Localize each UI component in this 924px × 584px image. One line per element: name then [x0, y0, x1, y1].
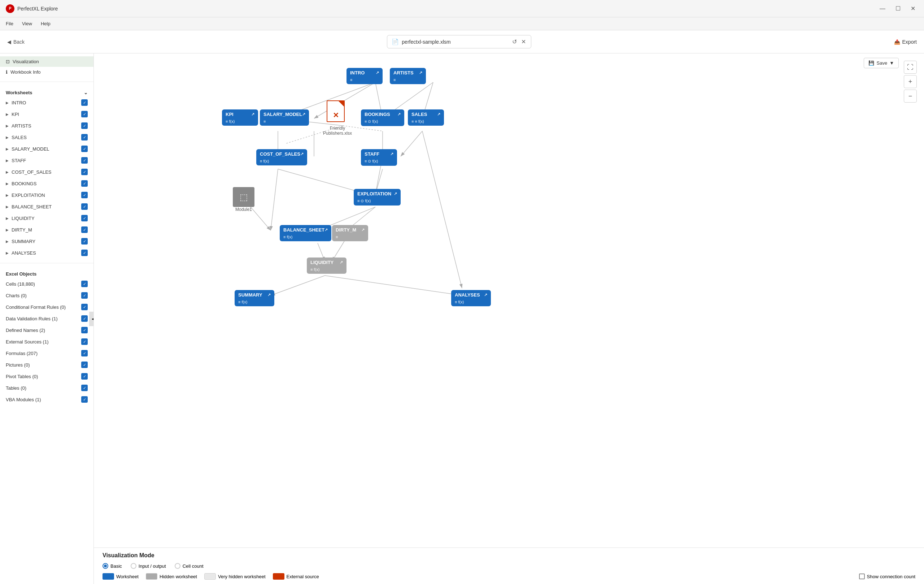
- sidebar-excel-object-7[interactable]: Pictures (0): [0, 359, 94, 371]
- excel-object-checkbox-7[interactable]: [81, 362, 88, 368]
- radio-input-output[interactable]: Input / output: [131, 563, 166, 569]
- worksheet-checkbox-BALANCE_SHEET[interactable]: [81, 203, 88, 210]
- menu-file[interactable]: File: [6, 21, 13, 26]
- excel-object-checkbox-3[interactable]: [81, 315, 88, 322]
- worksheet-checkbox-SALARY_MODEL[interactable]: [81, 146, 88, 152]
- sidebar-excel-object-10[interactable]: VBA Modules (1): [0, 394, 94, 405]
- excel-object-checkbox-10[interactable]: [81, 396, 88, 403]
- worksheet-checkbox-SUMMARY[interactable]: [81, 238, 88, 245]
- node-BALANCE_SHEET[interactable]: BALANCE_SHEET ↗ ≡ f(x): [280, 225, 331, 241]
- minimize-button[interactable]: —: [877, 3, 888, 13]
- sidebar-worksheet-STAFF[interactable]: ▶ STAFF: [0, 155, 94, 166]
- excel-object-checkbox-9[interactable]: [81, 385, 88, 391]
- menu-help[interactable]: Help: [41, 21, 51, 26]
- worksheet-checkbox-KPI[interactable]: [81, 111, 88, 117]
- sidebar-collapse-handle[interactable]: ◀: [89, 312, 94, 326]
- svg-line-9: [401, 131, 422, 156]
- sidebar-worksheet-DIRTY_M[interactable]: ▶ DIRTY_M: [0, 224, 94, 235]
- node-KPI[interactable]: KPI ↗ ≡ f(x): [222, 109, 258, 126]
- worksheet-checkbox-DIRTY_M[interactable]: [81, 227, 88, 233]
- worksheet-checkbox-EXPLOITATION[interactable]: [81, 192, 88, 198]
- worksheet-checkbox-ANALYSES[interactable]: [81, 250, 88, 256]
- excel-object-checkbox-8[interactable]: [81, 373, 88, 380]
- zoom-out-button[interactable]: −: [904, 89, 917, 103]
- sidebar-excel-object-9[interactable]: Tables (0): [0, 382, 94, 394]
- zoom-in-button[interactable]: +: [904, 75, 917, 88]
- sidebar-worksheet-SUMMARY[interactable]: ▶ SUMMARY: [0, 235, 94, 247]
- sidebar-excel-object-0[interactable]: Cells (18,880): [0, 278, 94, 290]
- node-BOOKINGS[interactable]: BOOKINGS ↗ ≡ ⊙ f(x): [361, 109, 404, 126]
- excel-object-checkbox-0[interactable]: [81, 281, 88, 287]
- show-connection-count-container[interactable]: Show connection count: [859, 574, 915, 579]
- excel-object-checkbox-1[interactable]: [81, 292, 88, 299]
- node-LIQUIDITY[interactable]: LIQUIDITY ↗ ≡ f(x): [307, 258, 346, 274]
- sidebar-worksheet-EXPLOITATION[interactable]: ▶ EXPLOITATION: [0, 189, 94, 201]
- module-node-module1[interactable]: ⬚ Module1: [233, 187, 254, 212]
- show-connection-count-checkbox[interactable]: [859, 574, 865, 579]
- excel-object-name-2: Conditional Format Rules (0): [6, 304, 66, 310]
- sheet-arrow-icon: ▶: [6, 170, 9, 174]
- sidebar-item-workbook-info[interactable]: ℹ Workbook Info: [0, 67, 94, 77]
- sidebar-worksheet-BALANCE_SHEET[interactable]: ▶ BALANCE_SHEET: [0, 201, 94, 212]
- worksheet-checkbox-INTRO[interactable]: [81, 99, 88, 106]
- sidebar-excel-object-4[interactable]: Defined Names (2): [0, 324, 94, 336]
- sidebar-worksheet-SALES[interactable]: ▶ SALES: [0, 131, 94, 143]
- worksheet-checkbox-SALES[interactable]: [81, 134, 88, 141]
- sidebar-worksheet-INTRO[interactable]: ▶ INTRO: [0, 97, 94, 108]
- external-file-label: Friendly Publishers.xlsx: [316, 126, 359, 136]
- node-DIRTY_M[interactable]: DIRTY_M ↗ ≡: [332, 225, 368, 241]
- close-button[interactable]: ✕: [908, 3, 918, 13]
- node-STAFF[interactable]: STAFF ↗ ≡ ⊙ f(x): [361, 149, 397, 166]
- sheet-arrow-icon: ▶: [6, 193, 9, 197]
- sidebar-excel-object-2[interactable]: Conditional Format Rules (0): [0, 301, 94, 313]
- node-SALARY_MODEL[interactable]: SALARY_MODEL ↗ ≡: [260, 109, 309, 126]
- node-ARTISTS[interactable]: ARTISTS ↗ ≡: [390, 68, 426, 84]
- radio-cell-count[interactable]: Cell count: [175, 563, 204, 569]
- sidebar-worksheet-BOOKINGS[interactable]: ▶ BOOKINGS: [0, 178, 94, 189]
- back-button[interactable]: ◀ Back: [7, 39, 25, 45]
- bottom-panel: Visualization Mode Basic Input / output …: [94, 548, 924, 584]
- sidebar-item-visualization[interactable]: ⊡ Visualization: [0, 56, 94, 67]
- worksheet-checkbox-LIQUIDITY[interactable]: [81, 215, 88, 222]
- node-EXPLOITATION[interactable]: EXPLOITATION ↗ ≡ ⊙ f(x): [354, 189, 401, 205]
- export-button[interactable]: 📤 Export: [894, 39, 917, 45]
- node-BOOKINGS-label: BOOKINGS: [365, 112, 390, 117]
- worksheet-checkbox-BOOKINGS[interactable]: [81, 180, 88, 187]
- sidebar-worksheet-LIQUIDITY[interactable]: ▶ LIQUIDITY: [0, 212, 94, 224]
- save-button[interactable]: 💾 Save ▼: [864, 58, 899, 68]
- sidebar-worksheet-ANALYSES[interactable]: ▶ ANALYSES: [0, 247, 94, 258]
- sheet-arrow-icon: ▶: [6, 101, 9, 105]
- worksheets-collapse-icon[interactable]: ⌄: [84, 90, 88, 95]
- sidebar-worksheet-COST_OF_SALES[interactable]: ▶ COST_OF_SALES: [0, 166, 94, 178]
- worksheet-checkbox-STAFF[interactable]: [81, 157, 88, 164]
- excel-object-checkbox-6[interactable]: [81, 350, 88, 356]
- node-SALES[interactable]: SALES ↗ ≡ ≡ f(x): [408, 109, 444, 126]
- menu-view[interactable]: View: [22, 21, 32, 26]
- sidebar-excel-object-6[interactable]: Formulas (207): [0, 347, 94, 359]
- worksheet-checkbox-ARTISTS[interactable]: [81, 122, 88, 129]
- excel-object-checkbox-2[interactable]: [81, 304, 88, 310]
- fullscreen-button[interactable]: ⛶: [904, 61, 917, 74]
- file-close-button[interactable]: ✕: [520, 38, 526, 46]
- legend-worksheet-box: [102, 573, 114, 580]
- sidebar-excel-object-3[interactable]: Data Validation Rules (1): [0, 313, 94, 324]
- node-SUMMARY[interactable]: SUMMARY ↗ ≡ f(x): [234, 290, 274, 306]
- sidebar-excel-object-1[interactable]: Charts (0): [0, 290, 94, 301]
- excel-object-checkbox-4[interactable]: [81, 327, 88, 333]
- node-COST_OF_SALES[interactable]: COST_OF_SALES ↗ ≡ f(x): [256, 149, 307, 165]
- node-INTRO[interactable]: INTRO ↗ ≡: [346, 68, 383, 84]
- reload-button[interactable]: ↺: [512, 38, 518, 46]
- canvas-area[interactable]: 💾 Save ▼ ⛶ + − INTRO ↗ ≡: [94, 53, 924, 548]
- sidebar-excel-object-8[interactable]: Pivot Tables (0): [0, 371, 94, 382]
- excel-object-name-10: VBA Modules (1): [6, 397, 41, 402]
- node-ANALYSES[interactable]: ANALYSES ↗ ≡ f(x): [451, 290, 491, 306]
- sidebar-worksheet-SALARY_MODEL[interactable]: ▶ SALARY_MODEL: [0, 143, 94, 155]
- sidebar-excel-object-5[interactable]: External Sources (1): [0, 336, 94, 347]
- external-node-friendly-publishers[interactable]: ✕ Friendly Publishers.xlsx: [316, 100, 359, 136]
- excel-object-checkbox-5[interactable]: [81, 338, 88, 345]
- maximize-button[interactable]: ☐: [893, 3, 903, 13]
- sidebar-worksheet-KPI[interactable]: ▶ KPI: [0, 108, 94, 120]
- radio-basic[interactable]: Basic: [102, 563, 122, 569]
- sidebar-worksheet-ARTISTS[interactable]: ▶ ARTISTS: [0, 120, 94, 131]
- worksheet-checkbox-COST_OF_SALES[interactable]: [81, 169, 88, 175]
